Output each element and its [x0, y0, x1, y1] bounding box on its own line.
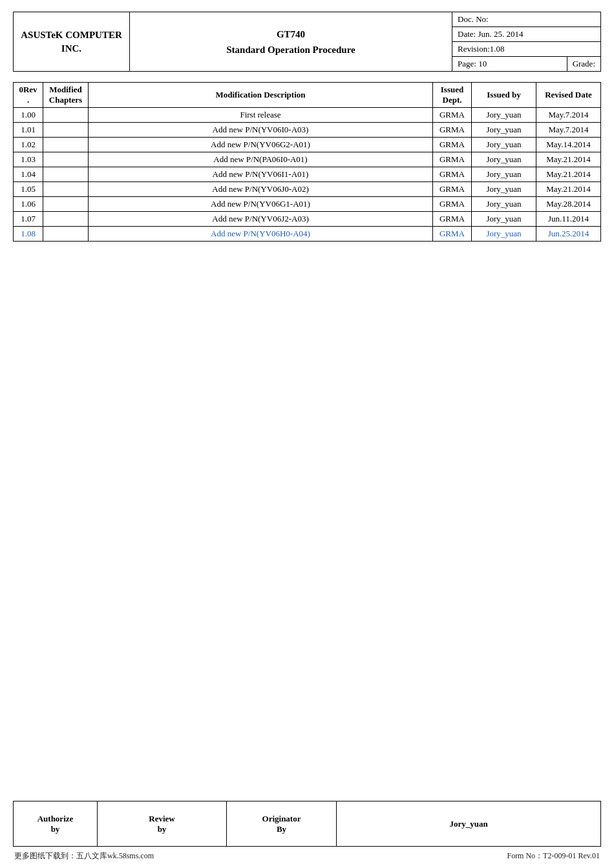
cell-date: Jun.25.2014 — [536, 227, 601, 242]
cell-modified — [43, 212, 89, 227]
authorize-label: Authorize by — [37, 814, 74, 834]
cell-modified — [43, 123, 89, 138]
cell-description: Add new P/N(YV06G2-A01) — [89, 138, 433, 152]
cell-modified — [43, 227, 89, 242]
cell-issued-by: Jory_yuan — [472, 167, 536, 182]
col-header-modified: Modified Chapters — [43, 83, 89, 108]
col-header-revised-date: Revised Date — [536, 83, 601, 108]
cell-issued-by: Jory_yuan — [472, 182, 536, 197]
cell-dept: GRMA — [433, 212, 472, 227]
company-name: ASUSTeK COMPUTER INC. — [21, 30, 122, 54]
col-header-description: Modification Description — [89, 83, 433, 108]
cell-date: May.21.2014 — [536, 152, 601, 167]
cell-date: Jun.11.2014 — [536, 212, 601, 227]
cell-dept: GRMA — [433, 152, 472, 167]
cell-rev: 1.05 — [14, 182, 43, 197]
cell-issued-by: Jory_yuan — [472, 138, 536, 152]
cell-dept: GRMA — [433, 197, 472, 212]
col-header-issued-by: Issued by — [472, 83, 536, 108]
cell-description: First release — [89, 108, 433, 123]
cell-dept: GRMA — [433, 123, 472, 138]
cell-description: Add new P/N(YV06I1-A01) — [89, 167, 433, 182]
cell-description: Add new P/N(YV06G1-A01) — [89, 197, 433, 212]
title-line1: GT740 — [135, 26, 447, 42]
date-label: Date: Jun. 25. 2014 — [458, 29, 523, 39]
authorize-cell: Authorize by — [14, 801, 98, 847]
table-row: 1.05Add new P/N(YV06J0-A02)GRMAJory_yuan… — [14, 182, 601, 197]
cell-modified — [43, 167, 89, 182]
cell-description: Add new P/N(YV06H0-A04) — [89, 227, 433, 242]
doc-no-row: Doc. No: — [452, 12, 600, 27]
bottom-bar: 更多图纸下载到：五八文库wk.58sms.com Form No：T2-009-… — [13, 851, 601, 862]
revision-row: Revision:1.08 — [452, 42, 600, 56]
col-header-dept: Issued Dept. — [433, 83, 472, 108]
header-table: ASUSTeK COMPUTER INC. GT740 Standard Ope… — [13, 12, 601, 72]
cell-rev: 1.03 — [14, 152, 43, 167]
page-grade-cell: Page: 10 Grade: — [452, 57, 601, 72]
bottom-bar-right: Form No：T2-009-01 Rev.01 — [507, 851, 600, 862]
cell-rev: 1.04 — [14, 167, 43, 182]
cell-issued-by: Jory_yuan — [472, 227, 536, 242]
cell-issued-by: Jory_yuan — [472, 123, 536, 138]
originator-label: Originator By — [262, 814, 301, 834]
cell-rev: 1.01 — [14, 123, 43, 138]
table-row: 1.04Add new P/N(YV06I1-A01)GRMAJory_yuan… — [14, 167, 601, 182]
table-row: 1.07Add new P/N(YV06J2-A03)GRMAJory_yuan… — [14, 212, 601, 227]
bottom-bar-left: 更多图纸下载到：五八文库wk.58sms.com — [14, 851, 154, 862]
cell-date: May.14.2014 — [536, 138, 601, 152]
cell-dept: GRMA — [433, 108, 472, 123]
cell-dept: GRMA — [433, 182, 472, 197]
cell-rev: 1.02 — [14, 138, 43, 152]
title-line2: Standard Operation Procedure — [135, 42, 447, 57]
cell-date: May.28.2014 — [536, 197, 601, 212]
title-cell: GT740 Standard Operation Procedure — [130, 12, 452, 72]
cell-modified — [43, 197, 89, 212]
revision-label: Revision:1.08 — [458, 44, 505, 54]
company-cell: ASUSTeK COMPUTER INC. — [14, 12, 130, 72]
date-row: Date: Jun. 25. 2014 — [452, 27, 600, 42]
cell-modified — [43, 138, 89, 152]
doc-no-label: Doc. No: — [458, 14, 489, 24]
cell-issued-by: Jory_yuan — [472, 152, 536, 167]
cell-date: May.7.2014 — [536, 123, 601, 138]
cell-dept: GRMA — [433, 138, 472, 152]
cell-description: Add new P/N(YV06J2-A03) — [89, 212, 433, 227]
cell-rev: 1.07 — [14, 212, 43, 227]
col-header-rev: 0Rev . — [14, 83, 43, 108]
table-row: 1.00First releaseGRMAJory_yuanMay.7.2014 — [14, 108, 601, 123]
cell-date: May.21.2014 — [536, 182, 601, 197]
cell-description: Add new P/N(PA06I0-A01) — [89, 152, 433, 167]
page-wrapper: ASUSTeK COMPUTER INC. GT740 Standard Ope… — [0, 0, 614, 868]
empty-space — [13, 242, 601, 794]
page-label: Page: 10 — [452, 57, 567, 71]
table-row: 1.06Add new P/N(YV06G1-A01)GRMAJory_yuan… — [14, 197, 601, 212]
table-row: 1.03Add new P/N(PA06I0-A01)GRMAJory_yuan… — [14, 152, 601, 167]
cell-rev: 1.00 — [14, 108, 43, 123]
table-row: 1.01Add new P/N(YV06I0-A03)GRMAJory_yuan… — [14, 123, 601, 138]
cell-modified — [43, 108, 89, 123]
footer-table: Authorize by Review by Originator By Jor… — [13, 801, 601, 847]
cell-dept: GRMA — [433, 167, 472, 182]
modification-table: 0Rev . Modified Chapters Modification De… — [13, 82, 601, 242]
cell-rev: 1.08 — [14, 227, 43, 242]
review-label: Review by — [149, 814, 175, 834]
cell-description: Add new P/N(YV06I0-A03) — [89, 123, 433, 138]
cell-description: Add new P/N(YV06J0-A02) — [89, 182, 433, 197]
cell-issued-by: Jory_yuan — [472, 108, 536, 123]
cell-rev: 1.06 — [14, 197, 43, 212]
cell-modified — [43, 152, 89, 167]
cell-date: May.7.2014 — [536, 108, 601, 123]
originator-value-cell: Jory_yuan — [337, 801, 601, 847]
cell-dept: GRMA — [433, 227, 472, 242]
cell-modified — [43, 182, 89, 197]
originator-value: Jory_yuan — [449, 819, 487, 829]
cell-issued-by: Jory_yuan — [472, 212, 536, 227]
table-row: 1.08Add new P/N(YV06H0-A04)GRMAJory_yuan… — [14, 227, 601, 242]
header-right-cell: Doc. No: Date: Jun. 25. 2014 Revision:1.… — [452, 12, 601, 57]
cell-issued-by: Jory_yuan — [472, 197, 536, 212]
grade-label: Grade: — [567, 57, 600, 71]
cell-date: May.21.2014 — [536, 167, 601, 182]
review-cell: Review by — [98, 801, 227, 847]
originator-cell: Originator By — [227, 801, 337, 847]
table-row: 1.02Add new P/N(YV06G2-A01)GRMAJory_yuan… — [14, 138, 601, 152]
